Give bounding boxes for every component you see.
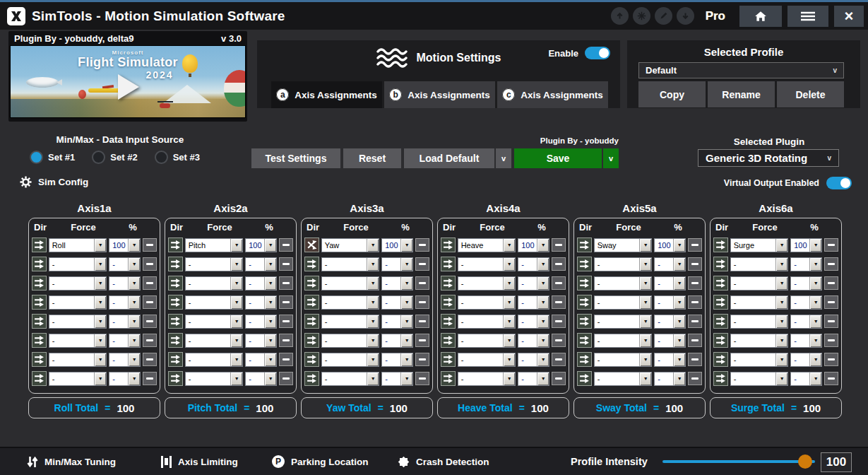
close-button[interactable]: × [834,6,864,27]
combo-arrow-icon[interactable]: ▼ [775,315,787,328]
combo-arrow-icon[interactable]: ▼ [639,334,651,347]
force-select[interactable]: -▼ [321,334,379,348]
direction-straight-button[interactable] [713,276,728,291]
combo-arrow-icon[interactable]: ▼ [809,277,821,290]
remove-row-button[interactable] [415,238,429,252]
radio-set-3[interactable]: Set #3 [155,151,200,164]
force-select[interactable]: -▼ [594,334,652,348]
direction-straight-button[interactable] [441,295,456,310]
percent-select[interactable]: 100▼ [381,238,413,252]
combo-arrow-icon[interactable]: ▼ [775,334,787,347]
combo-arrow-icon[interactable]: ▼ [673,334,685,347]
force-select[interactable]: -▼ [458,315,516,329]
direction-straight-button[interactable] [32,352,47,367]
combo-arrow-icon[interactable]: ▼ [230,258,242,271]
combo-arrow-icon[interactable]: ▼ [94,315,106,328]
percent-select[interactable]: -▼ [109,353,141,367]
combo-arrow-icon[interactable]: ▼ [128,296,140,309]
force-select[interactable]: -▼ [185,353,243,367]
remove-row-button[interactable] [415,257,429,271]
force-select[interactable]: -▼ [321,276,379,291]
percent-select[interactable]: -▼ [654,276,686,291]
direction-straight-button[interactable] [441,314,456,329]
combo-arrow-icon[interactable]: ▼ [128,315,140,328]
combo-arrow-icon[interactable]: ▼ [673,239,685,252]
remove-row-button[interactable] [552,315,566,328]
combo-arrow-icon[interactable]: ▼ [673,315,685,328]
force-select[interactable]: -▼ [730,257,788,271]
force-select[interactable]: -▼ [594,257,652,271]
remove-row-button[interactable] [552,257,566,271]
force-select[interactable]: -▼ [49,257,107,271]
remove-row-button[interactable] [143,372,157,385]
combo-arrow-icon[interactable]: ▼ [537,334,549,347]
combo-arrow-icon[interactable]: ▼ [367,277,379,290]
remove-row-button[interactable] [143,238,157,252]
direction-straight-button[interactable] [441,371,456,386]
force-select[interactable]: -▼ [730,276,788,291]
percent-select[interactable]: -▼ [790,295,822,310]
combo-arrow-icon[interactable]: ▼ [537,277,549,290]
combo-arrow-icon[interactable]: ▼ [673,277,685,290]
direction-straight-button[interactable] [304,295,319,310]
percent-select[interactable]: 100▼ [654,238,686,252]
force-select[interactable]: Roll▼ [49,238,107,252]
force-select[interactable]: -▼ [458,295,516,310]
combo-arrow-icon[interactable]: ▼ [264,315,276,328]
force-select[interactable]: Surge▼ [730,238,788,252]
combo-arrow-icon[interactable]: ▼ [400,353,412,366]
percent-select[interactable]: -▼ [790,276,822,291]
remove-row-button[interactable] [688,295,702,309]
combo-arrow-icon[interactable]: ▼ [639,373,651,385]
force-select[interactable]: -▼ [458,353,516,367]
combo-arrow-icon[interactable]: ▼ [230,373,242,385]
combo-arrow-icon[interactable]: ▼ [809,334,821,347]
direction-straight-button[interactable] [713,371,728,386]
burst-icon[interactable] [633,7,650,25]
reset-button[interactable]: Reset [343,148,401,168]
rename-profile-button[interactable]: Rename [708,81,775,107]
percent-select[interactable]: -▼ [518,295,549,310]
plugin-select[interactable]: Generic 3D Rotating v [698,149,839,167]
force-select[interactable]: -▼ [185,315,243,329]
percent-select[interactable]: -▼ [518,353,549,367]
percent-select[interactable]: -▼ [654,295,686,310]
force-select[interactable]: -▼ [185,334,243,348]
remove-row-button[interactable] [552,295,566,309]
direction-straight-button[interactable] [304,371,319,386]
force-select[interactable]: Pitch▼ [185,238,243,252]
radio-set-1[interactable]: Set #1 [30,151,75,164]
direction-straight-button[interactable] [713,352,728,367]
combo-arrow-icon[interactable]: ▼ [639,258,651,271]
combo-arrow-icon[interactable]: ▼ [809,353,821,366]
combo-arrow-icon[interactable]: ▼ [367,373,379,385]
force-select[interactable]: -▼ [49,334,107,348]
percent-select[interactable]: -▼ [790,334,822,348]
combo-arrow-icon[interactable]: ▼ [503,296,515,309]
direction-straight-button[interactable] [577,314,592,329]
percent-select[interactable]: -▼ [381,315,413,329]
combo-arrow-icon[interactable]: ▼ [94,277,106,290]
menu-button[interactable] [787,6,828,27]
direction-straight-button[interactable] [441,352,456,367]
tab-axis-assignments-a[interactable]: a Axis Assignments [271,81,382,108]
direction-straight-button[interactable] [441,333,456,348]
load-default-dropdown-button[interactable]: v [496,148,511,168]
combo-arrow-icon[interactable]: ▼ [503,315,515,328]
force-select[interactable]: -▼ [594,372,652,386]
force-select[interactable]: -▼ [49,276,107,291]
remove-row-button[interactable] [552,238,566,252]
direction-straight-button[interactable] [32,238,47,252]
force-select[interactable]: -▼ [49,353,107,367]
force-select[interactable]: -▼ [730,353,788,367]
percent-select[interactable]: -▼ [381,372,413,386]
direction-straight-button[interactable] [304,257,319,271]
force-select[interactable]: -▼ [49,372,107,386]
remove-row-button[interactable] [415,276,429,290]
save-dropdown-button[interactable]: v [603,148,619,168]
remove-row-button[interactable] [279,276,293,290]
percent-select[interactable]: 100▼ [245,238,277,252]
direction-straight-button[interactable] [713,257,728,271]
percent-select[interactable]: -▼ [109,315,141,329]
crash-detection-button[interactable]: Crash Detection [398,448,489,475]
